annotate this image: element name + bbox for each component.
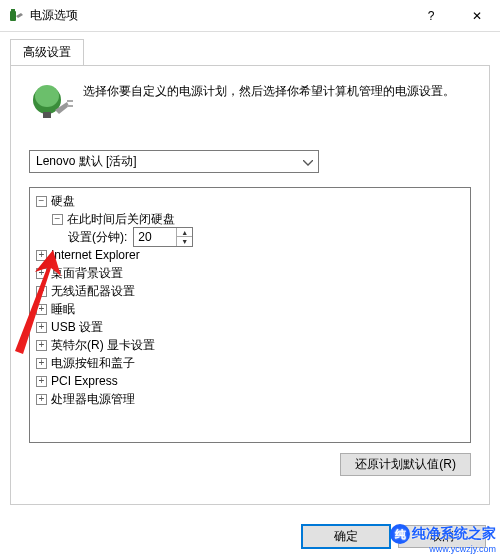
- chevron-down-icon: [303, 155, 313, 169]
- expand-icon[interactable]: +: [36, 286, 47, 297]
- plan-select[interactable]: Lenovo 默认 [活动]: [29, 150, 319, 173]
- titlebar: 电源选项 ? ✕: [0, 0, 500, 32]
- description-text: 选择你要自定义的电源计划，然后选择你希望计算机管理的电源设置。: [83, 82, 455, 126]
- svg-rect-6: [67, 105, 73, 107]
- help-button[interactable]: ?: [408, 0, 454, 32]
- tree-item-sleep[interactable]: +睡眠: [34, 300, 466, 318]
- spin-down-icon[interactable]: ▼: [177, 237, 192, 246]
- tree-item-usb[interactable]: +USB 设置: [34, 318, 466, 336]
- minutes-spinbox[interactable]: ▲ ▼: [133, 227, 193, 247]
- svg-rect-1: [11, 9, 15, 11]
- tree-label: Internet Explorer: [51, 248, 140, 262]
- ok-button[interactable]: 确定: [302, 525, 390, 548]
- tree-item-hard-disk-off[interactable]: − 在此时间后关闭硬盘: [34, 210, 466, 228]
- help-icon: ?: [428, 9, 435, 23]
- minutes-input[interactable]: [134, 228, 176, 246]
- tree-item-pci[interactable]: +PCI Express: [34, 372, 466, 390]
- svg-rect-5: [67, 100, 73, 102]
- svg-point-3: [35, 85, 59, 107]
- tree-item-hard-disk[interactable]: − 硬盘: [34, 192, 466, 210]
- restore-defaults-button[interactable]: 还原计划默认值(R): [340, 453, 471, 476]
- tree-item-cpu-power[interactable]: +处理器电源管理: [34, 390, 466, 408]
- spin-up-icon[interactable]: ▲: [177, 228, 192, 237]
- tab-advanced[interactable]: 高级设置: [10, 39, 84, 66]
- expand-icon[interactable]: +: [36, 340, 47, 351]
- power-plug-icon: [29, 82, 73, 126]
- tree-label: 英特尔(R) 显卡设置: [51, 337, 155, 354]
- tab-content: 选择你要自定义的电源计划，然后选择你希望计算机管理的电源设置。 Lenovo 默…: [10, 65, 490, 505]
- tree-label: 硬盘: [51, 193, 75, 210]
- close-button[interactable]: ✕: [454, 0, 500, 32]
- tree-label: 无线适配器设置: [51, 283, 135, 300]
- description-row: 选择你要自定义的电源计划，然后选择你希望计算机管理的电源设置。: [29, 82, 471, 126]
- expand-icon[interactable]: +: [36, 322, 47, 333]
- svg-rect-4: [43, 112, 51, 118]
- app-icon: [8, 8, 24, 24]
- expand-icon[interactable]: +: [36, 250, 47, 261]
- close-icon: ✕: [472, 9, 482, 23]
- tree-label: 睡眠: [51, 301, 75, 318]
- tab-row: 高级设置: [0, 32, 500, 65]
- expand-icon[interactable]: +: [36, 268, 47, 279]
- cancel-button[interactable]: 取消: [398, 525, 486, 548]
- tree-item-ie[interactable]: +Internet Explorer: [34, 246, 466, 264]
- tree-item-intel-gpu[interactable]: +英特尔(R) 显卡设置: [34, 336, 466, 354]
- collapse-icon[interactable]: −: [52, 214, 63, 225]
- tree-item-desktop-bg[interactable]: +桌面背景设置: [34, 264, 466, 282]
- tree-label: USB 设置: [51, 319, 103, 336]
- settings-tree[interactable]: − 硬盘 − 在此时间后关闭硬盘 设置(分钟): ▲ ▼ +Internet E…: [29, 187, 471, 443]
- expand-icon[interactable]: +: [36, 394, 47, 405]
- window-title: 电源选项: [30, 7, 408, 24]
- plan-select-value: Lenovo 默认 [活动]: [36, 153, 137, 170]
- tree-label: 在此时间后关闭硬盘: [67, 211, 175, 228]
- tree-label: 处理器电源管理: [51, 391, 135, 408]
- setting-label: 设置(分钟):: [68, 229, 127, 246]
- tree-label: 电源按钮和盖子: [51, 355, 135, 372]
- tree-item-wireless[interactable]: +无线适配器设置: [34, 282, 466, 300]
- expand-icon[interactable]: +: [36, 376, 47, 387]
- expand-icon[interactable]: +: [36, 358, 47, 369]
- tree-item-power-button[interactable]: +电源按钮和盖子: [34, 354, 466, 372]
- tree-label: PCI Express: [51, 374, 118, 388]
- tree-item-setting-minutes: 设置(分钟): ▲ ▼: [34, 228, 466, 246]
- restore-row: 还原计划默认值(R): [29, 453, 471, 476]
- expand-icon[interactable]: +: [36, 304, 47, 315]
- tree-label: 桌面背景设置: [51, 265, 123, 282]
- dialog-buttons: 确定 取消: [0, 515, 500, 558]
- collapse-icon[interactable]: −: [36, 196, 47, 207]
- svg-rect-0: [10, 11, 16, 21]
